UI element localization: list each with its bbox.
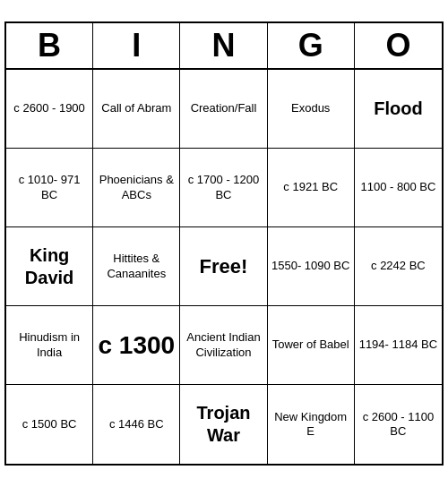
bingo-cell: 1194- 1184 BC — [355, 306, 442, 385]
bingo-cell: 1550- 1090 BC — [268, 227, 355, 306]
bingo-cell: c 2600 - 1100 BC — [355, 385, 442, 464]
bingo-cell: Trojan War — [180, 385, 267, 464]
header-letter: B — [6, 23, 93, 68]
bingo-cell: Tower of Babel — [268, 306, 355, 385]
bingo-cell: 1100 - 800 BC — [355, 149, 442, 227]
bingo-cell: c 1700 - 1200 BC — [180, 149, 267, 227]
bingo-cell: Hittites & Canaanites — [93, 227, 180, 306]
bingo-cell: c 1921 BC — [268, 149, 355, 227]
bingo-cell: Exodus — [268, 70, 355, 149]
header-letter: N — [180, 23, 267, 68]
bingo-card: BINGO c 2600 - 1900Call of AbramCreation… — [4, 21, 444, 466]
bingo-cell: Call of Abram — [93, 70, 180, 149]
bingo-cell: Free! — [180, 227, 267, 306]
bingo-cell: King David — [6, 227, 93, 306]
bingo-cell: c 2600 - 1900 — [6, 70, 93, 149]
bingo-cell: Ancient Indian Civilization — [180, 306, 267, 385]
bingo-cell: c 1446 BC — [93, 385, 180, 464]
bingo-cell: c 1300 — [93, 306, 180, 385]
header-letter: I — [93, 23, 180, 68]
bingo-cell: New Kingdom E — [268, 385, 355, 464]
bingo-cell: c 1010- 971 BC — [6, 149, 93, 227]
bingo-cell: Flood — [355, 70, 442, 149]
bingo-cell: Creation/Fall — [180, 70, 267, 149]
bingo-cell: c 1500 BC — [6, 385, 93, 464]
bingo-cell: Phoenicians & ABCs — [93, 149, 180, 227]
bingo-header: BINGO — [6, 23, 442, 70]
bingo-cell: Hinudism in India — [6, 306, 93, 385]
bingo-cell: c 2242 BC — [355, 227, 442, 306]
header-letter: O — [355, 23, 442, 68]
header-letter: G — [268, 23, 355, 68]
bingo-grid: c 2600 - 1900Call of AbramCreation/FallE… — [6, 70, 442, 464]
